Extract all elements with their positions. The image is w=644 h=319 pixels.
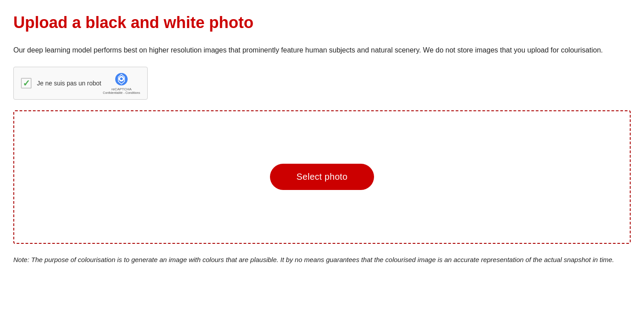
captcha-checkbox[interactable]: ✓ — [21, 78, 32, 89]
recaptcha-logo-icon — [114, 72, 129, 86]
recaptcha-text: reCAPTCHA — [111, 87, 131, 91]
captcha-links[interactable]: Confidentialité - Conditions — [103, 91, 140, 94]
captcha-label: Je ne suis pas un robot — [37, 80, 103, 87]
select-photo-button[interactable]: Select photo — [270, 164, 374, 190]
note-text: Note: The purpose of colourisation is to… — [13, 254, 627, 265]
captcha-checkmark-icon: ✓ — [23, 78, 30, 89]
description-text: Our deep learning model performs best on… — [13, 44, 627, 56]
captcha-logo: reCAPTCHA Confidentialité - Conditions — [103, 72, 140, 94]
page-title: Upload a black and white photo — [13, 13, 631, 32]
captcha-widget[interactable]: ✓ Je ne suis pas un robot reCAPTCHA Conf… — [13, 67, 148, 100]
upload-dropzone[interactable]: Select photo — [13, 110, 631, 244]
